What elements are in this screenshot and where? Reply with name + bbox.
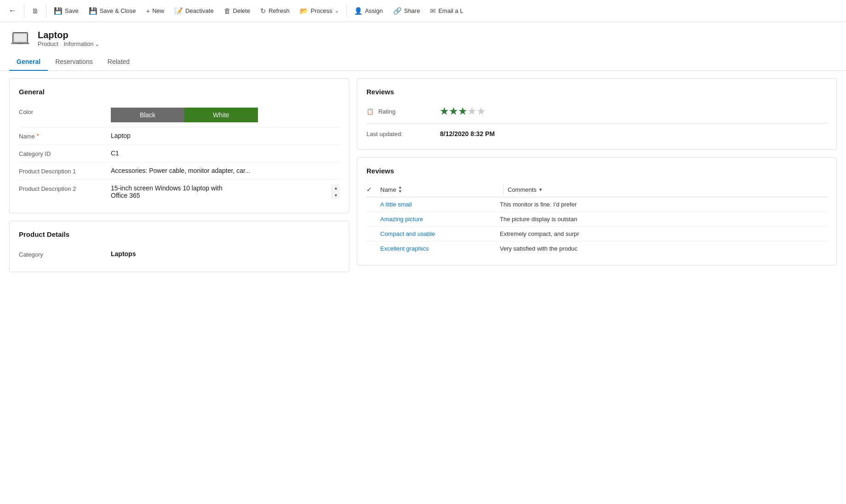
save-button[interactable]: 💾 Save	[49, 4, 83, 18]
email-icon: ✉	[430, 7, 436, 15]
color-white-button[interactable]: White	[184, 108, 258, 122]
rating-label: Rating	[378, 108, 396, 115]
breadcrumb-product: Product	[38, 40, 58, 47]
page-title: Laptop	[38, 30, 99, 40]
review-row-2: Compact and usable Extremely compact, an…	[366, 227, 827, 241]
process-icon: 📂	[300, 7, 309, 15]
review-comment-2: Extremely compact, and surpr	[500, 230, 827, 237]
required-star: *	[37, 133, 39, 139]
tab-general[interactable]: General	[9, 53, 48, 71]
name-col-header: Name ▲ ▼	[380, 185, 500, 194]
rating-row: 📋 Rating ★ ★ ★ ★ ★	[366, 103, 827, 120]
last-updated-row: Last updated: 8/12/2020 8:32 PM	[366, 127, 827, 140]
breadcrumb-separator: ·	[60, 40, 62, 47]
reviews-table-title: Reviews	[366, 167, 827, 175]
scroll-up-arrow[interactable]: ▲	[332, 184, 340, 192]
refresh-button[interactable]: ↻ Refresh	[256, 4, 294, 18]
star-4: ★	[468, 106, 476, 117]
toolbar-divider-2	[46, 5, 46, 17]
general-section-title: General	[19, 88, 340, 96]
toolbar: ← 🗎 💾 Save 💾 Save & Close + New 📝 Deacti…	[0, 0, 846, 22]
product-desc-2-label: Product Description 2	[19, 184, 111, 192]
color-row: Color Black White	[19, 103, 340, 127]
col-divider	[503, 185, 504, 194]
email-button[interactable]: ✉ Email a L	[425, 4, 468, 18]
review-name-0[interactable]: A little small	[380, 201, 500, 208]
product-details-title: Product Details	[19, 230, 340, 238]
product-icon-wrap	[9, 28, 31, 50]
page-icon: 🗎	[32, 7, 39, 15]
page-icon-btn: 🗎	[27, 4, 43, 17]
review-comment-1: The picture display is outstan	[500, 216, 827, 223]
review-comment-3: Very satisfied with the produc	[500, 245, 827, 252]
comments-sort-down-icon[interactable]: ▼	[538, 187, 543, 192]
comments-col-label: Comments	[508, 186, 537, 193]
breadcrumb-info-dropdown[interactable]: Information ⌄	[63, 40, 99, 47]
category-label: Category	[19, 250, 111, 258]
name-col-label: Name	[380, 186, 396, 193]
product-desc-2-wrap: 15-inch screen Windows 10 laptop withOff…	[111, 184, 340, 199]
name-label: Name *	[19, 132, 111, 140]
last-updated-label: Last updated:	[366, 131, 440, 137]
save-close-button[interactable]: 💾 Save & Close	[84, 4, 141, 18]
share-button[interactable]: 🔗 Share	[389, 4, 425, 18]
tab-related[interactable]: Related	[100, 53, 137, 71]
general-section: General Color Black White Name *	[9, 78, 349, 213]
comments-col-header: Comments ▼	[508, 186, 827, 193]
name-value[interactable]: Laptop	[111, 132, 340, 139]
new-button[interactable]: + New	[141, 4, 169, 17]
name-sort-down[interactable]: ▼	[398, 189, 402, 194]
review-row-1: Amazing picture The picture display is o…	[366, 212, 827, 227]
product-details-section: Product Details Category Laptops	[9, 221, 349, 272]
name-row: Name * Laptop	[19, 127, 340, 145]
assign-icon: 👤	[354, 7, 363, 15]
product-desc-2-row: Product Description 2 15-inch screen Win…	[19, 180, 340, 204]
save-close-icon: 💾	[89, 7, 97, 15]
toolbar-divider-3	[346, 5, 347, 17]
new-icon: +	[146, 7, 150, 15]
reviews-rows: A little small This monitor is fine. I'd…	[366, 197, 827, 256]
reviews-summary-title: Reviews	[366, 88, 827, 96]
product-desc-1-row: Product Description 1 Accessories: Power…	[19, 162, 340, 180]
product-desc-1-value: Accessories: Power cable, monitor adapte…	[111, 167, 340, 174]
rating-label-wrap: 📋 Rating	[366, 108, 440, 115]
reviews-table-header: ✓ Name ▲ ▼ Comments ▼	[366, 182, 827, 197]
last-updated-value: 8/12/2020 8:32 PM	[440, 130, 827, 137]
delete-icon: 🗑	[224, 7, 231, 15]
tabs: General Reservations Related	[0, 53, 846, 71]
star-2: ★	[449, 106, 457, 117]
rating-stars-wrap: ★ ★ ★ ★ ★	[440, 106, 827, 117]
color-black-button[interactable]: Black	[111, 108, 184, 122]
rating-icon: 📋	[366, 108, 374, 115]
main-content: General Color Black White Name *	[0, 71, 846, 280]
process-button[interactable]: 📂 Process ⌄	[295, 4, 343, 18]
color-label: Color	[19, 108, 111, 115]
assign-button[interactable]: 👤 Assign	[349, 4, 388, 18]
review-name-3[interactable]: Excellent graphics	[380, 245, 500, 252]
review-row-0: A little small This monitor is fine. I'd…	[366, 197, 827, 212]
star-3: ★	[458, 106, 467, 117]
breadcrumb-chevron-icon: ⌄	[95, 41, 99, 47]
color-toggle-group: Black White	[111, 108, 340, 122]
name-sort-arrows[interactable]: ▲ ▼	[398, 185, 402, 194]
category-id-value: C1	[111, 149, 340, 157]
scroll-down-arrow[interactable]: ▼	[332, 192, 340, 199]
tab-reservations[interactable]: Reservations	[48, 53, 100, 71]
rating-stars: ★ ★ ★ ★ ★	[440, 106, 827, 117]
laptop-icon	[11, 29, 29, 48]
right-column: Reviews 📋 Rating ★ ★ ★ ★ ★	[357, 78, 837, 265]
left-column: General Color Black White Name *	[9, 78, 349, 272]
save-icon: 💾	[54, 7, 63, 15]
review-row-3: Excellent graphics Very satisfied with t…	[366, 241, 827, 256]
scroll-bar[interactable]: ▲ ▼	[332, 184, 340, 199]
review-name-1[interactable]: Amazing picture	[380, 216, 500, 223]
review-name-2[interactable]: Compact and usable	[380, 230, 500, 237]
deactivate-button[interactable]: 📝 Deactivate	[170, 4, 218, 18]
category-value: Laptops	[111, 250, 340, 258]
back-button[interactable]: ←	[4, 3, 21, 18]
delete-button[interactable]: 🗑 Delete	[219, 4, 255, 17]
review-comment-0: This monitor is fine. I'd prefer	[500, 201, 827, 208]
star-1: ★	[440, 106, 448, 117]
page-header: Laptop Product · Information ⌄	[0, 22, 846, 53]
check-icon: ✓	[366, 186, 372, 193]
